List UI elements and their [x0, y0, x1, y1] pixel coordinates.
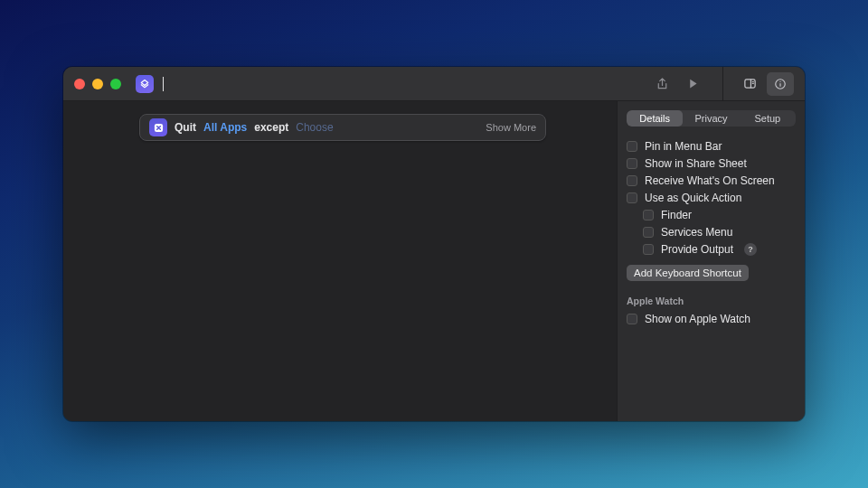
inspector-tabs[interactable]: Details Privacy Setup [627, 110, 796, 127]
opt-show-on-apple-watch[interactable]: Show on Apple Watch [627, 310, 796, 327]
window-body: Quit All Apps except Choose Show More De… [63, 101, 805, 421]
opt-label: Finder [661, 209, 692, 221]
workflow-canvas[interactable]: Quit All Apps except Choose Show More [63, 101, 617, 421]
help-icon[interactable]: ? [744, 243, 757, 256]
shortcut-app-icon[interactable] [136, 75, 154, 93]
window-controls [74, 79, 121, 89]
tab-details[interactable]: Details [627, 110, 683, 127]
opt-receive-on-screen[interactable]: Receive What's On Screen [627, 172, 796, 189]
sidebar-toggle-button[interactable] [736, 72, 763, 96]
minimize-button[interactable] [92, 79, 103, 89]
zoom-button[interactable] [110, 79, 121, 89]
titlebar [63, 67, 805, 101]
checkbox-icon[interactable] [627, 158, 637, 169]
share-button[interactable] [648, 72, 675, 96]
tab-setup[interactable]: Setup [740, 110, 796, 127]
opt-use-quick-action[interactable]: Use as Quick Action [627, 189, 796, 206]
checkbox-icon[interactable] [627, 175, 637, 186]
checkbox-icon[interactable] [643, 227, 654, 238]
opt-label: Show in Share Sheet [645, 157, 747, 170]
apple-watch-section-label: Apple Watch [627, 296, 796, 306]
checkbox-icon[interactable] [643, 210, 654, 221]
checkbox-icon[interactable] [627, 314, 637, 324]
opt-label: Provide Output [661, 243, 733, 256]
close-button[interactable] [74, 79, 85, 89]
opt-show-share-sheet[interactable]: Show in Share Sheet [627, 155, 796, 172]
opt-label: Receive What's On Screen [645, 174, 775, 187]
opt-services-menu[interactable]: Services Menu [627, 223, 796, 240]
show-more-button[interactable]: Show More [486, 122, 536, 133]
except-label: except [254, 121, 288, 134]
opt-label: Use as Quick Action [645, 192, 741, 204]
choose-token[interactable]: Choose [296, 121, 333, 134]
quit-action-icon [149, 118, 167, 136]
inspector-sidebar: Details Privacy Setup Pin in Menu Bar Sh… [617, 101, 805, 421]
checkbox-icon[interactable] [643, 244, 654, 255]
opt-label: Show on Apple Watch [645, 313, 750, 325]
svg-point-6 [779, 80, 780, 81]
toolbar-divider [722, 67, 723, 101]
checkbox-icon[interactable] [627, 192, 637, 203]
opt-label: Pin in Menu Bar [645, 140, 722, 153]
opt-finder[interactable]: Finder [627, 206, 796, 223]
quit-label: Quit [175, 121, 196, 134]
shortcuts-editor-window: Quit All Apps except Choose Show More De… [63, 67, 805, 421]
tab-privacy[interactable]: Privacy [683, 110, 739, 127]
checkbox-icon[interactable] [627, 141, 637, 152]
add-keyboard-shortcut-button[interactable]: Add Keyboard Shortcut [627, 265, 749, 281]
all-apps-token[interactable]: All Apps [203, 121, 247, 134]
info-button[interactable] [767, 72, 794, 96]
title-input-cursor[interactable] [163, 77, 164, 91]
opt-label: Services Menu [661, 226, 732, 239]
quit-action-card[interactable]: Quit All Apps except Choose Show More [139, 114, 546, 141]
opt-pin-menu-bar[interactable]: Pin in Menu Bar [627, 137, 796, 155]
run-button[interactable] [679, 72, 706, 96]
opt-provide-output[interactable]: Provide Output ? [627, 240, 796, 258]
